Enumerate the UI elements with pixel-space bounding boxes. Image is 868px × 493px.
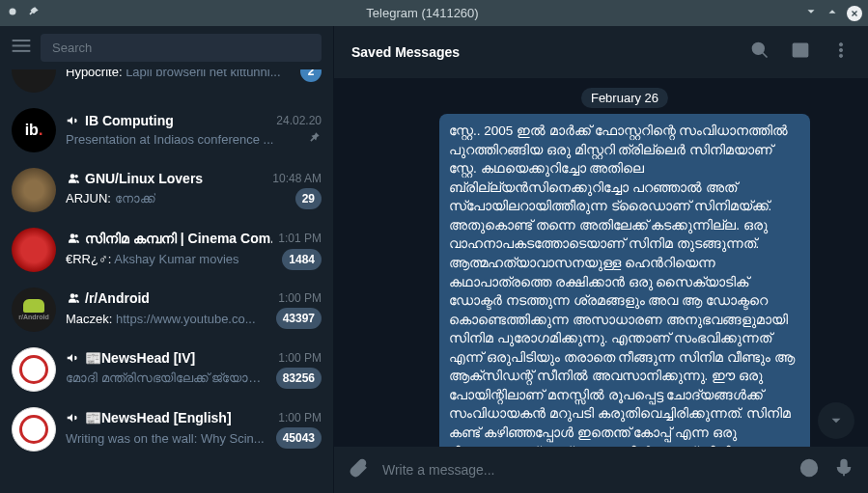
chat-name-label: IB Computing (85, 113, 174, 128)
chat-row[interactable]: 📰NewsHead [IV] 1:00 PM മോദി മന്ത്രിസഭയില… (0, 340, 333, 399)
chat-name-label: സിനിമ കമ്പനി | Cinema Com... (85, 231, 272, 247)
search-icon[interactable] (750, 41, 770, 64)
message-bubble[interactable]: സ്റ്റേ.. 2005 ഇൽ മാർക്ക് ഫോസ്റ്ററിന്റെ സ… (439, 114, 810, 447)
chat-row[interactable]: GNU/Linux Lovers 10:48 AM ARJUN: നോക്ക് … (0, 160, 333, 220)
chat-preview: Maczek: https://www.youtube.co... (66, 312, 256, 326)
more-icon[interactable] (831, 41, 851, 64)
chat-preview: ARJUN: നോക്ക് (66, 191, 155, 206)
minimize-icon[interactable] (804, 5, 818, 21)
svg-rect-3 (13, 49, 31, 51)
chat-row[interactable]: സിനിമ കമ്പനി | Cinema Com... 1:01 PM €RR… (0, 220, 333, 280)
svg-point-11 (801, 460, 818, 477)
chat-time: 1:00 PM (278, 291, 322, 305)
chat-row[interactable]: r/Android /r/Android 1:00 PM Maczek: htt… (0, 280, 333, 340)
svg-rect-1 (13, 40, 31, 41)
unread-badge: 29 (295, 188, 322, 209)
conversation-title[interactable]: Saved Messages (351, 44, 750, 60)
emoji-icon[interactable] (798, 457, 820, 482)
svg-point-4 (753, 43, 765, 55)
svg-point-8 (839, 43, 842, 46)
svg-point-13 (811, 465, 813, 467)
chat-row[interactable]: 📰NewsHead [English] 1:00 PM Writing was … (0, 399, 333, 459)
search-input[interactable]: Search (41, 34, 322, 62)
chat-time: 1:01 PM (278, 232, 322, 245)
chat-name-label: 📰NewsHead [English] (85, 410, 232, 425)
chat-preview: Hypocrite: Lapil browseril net kittunni.… (66, 69, 281, 79)
close-icon[interactable] (847, 6, 862, 21)
compose-input[interactable]: Write a message... (382, 462, 785, 478)
date-separator: February 26 (581, 88, 668, 108)
chat-row[interactable]: Hypocrite: Lapil browseril net kittunni.… (0, 69, 333, 100)
chat-name-label: 📰NewsHead [IV] (85, 350, 195, 366)
svg-point-12 (805, 465, 807, 467)
unread-badge: 1484 (282, 249, 322, 270)
svg-point-0 (10, 9, 16, 15)
svg-point-10 (839, 54, 842, 57)
unread-badge: 45043 (276, 427, 322, 449)
titlebar: Telegram (1411260) (0, 0, 868, 26)
conversation-header: Saved Messages (333, 26, 868, 78)
sidebar: Search Hypocrite: Lapil browseril net ki… (0, 26, 333, 493)
unread-badge: 2 (300, 69, 322, 82)
sidebar-toggle-icon[interactable] (791, 41, 810, 64)
hamburger-icon[interactable] (12, 40, 31, 57)
svg-rect-6 (794, 43, 808, 56)
compose-bar: Write a message... (333, 447, 868, 493)
unread-badge: 83256 (276, 368, 322, 389)
unread-badge: 43397 (276, 308, 322, 329)
pin-window-icon[interactable] (27, 5, 41, 21)
chat-time: 1:00 PM (278, 351, 322, 365)
chat-row[interactable]: ib. IB Computing 24.02.20 Presentation a… (0, 100, 333, 160)
chat-time: 24.02.20 (276, 114, 322, 127)
chat-name-label: GNU/Linux Lovers (85, 171, 203, 186)
app-menu-icon[interactable] (6, 5, 19, 21)
voice-icon[interactable] (833, 457, 854, 482)
svg-line-5 (763, 53, 768, 58)
svg-point-9 (839, 48, 842, 51)
chat-preview: Presentation at Indiaos conference ... (66, 132, 273, 147)
chat-name-label: /r/Android (85, 290, 150, 306)
svg-rect-2 (13, 44, 31, 46)
chat-preview: മോദി മന്ത്രിസഭയിലേക്ക് ജ്യോതിരാദി... (66, 370, 270, 386)
scroll-down-button[interactable] (818, 402, 854, 439)
window-title: Telegram (1411260) (41, 6, 804, 20)
chat-preview: Writing was on the wall: Why Scin... (66, 431, 265, 446)
attach-icon[interactable] (348, 457, 369, 482)
chat-time: 10:48 AM (272, 172, 322, 185)
maximize-icon[interactable] (826, 5, 839, 21)
chat-list: Hypocrite: Lapil browseril net kittunni.… (0, 69, 333, 493)
pinned-icon (308, 130, 322, 148)
messages-area: February 26 സ്റ്റേ.. 2005 ഇൽ മാർക്ക് ഫോസ… (333, 78, 868, 447)
chat-preview: €RR¿♂: Akshay Kumar movies (66, 252, 239, 266)
chat-time: 1:00 PM (278, 411, 322, 425)
conversation-panel: Saved Messages February 26 സ്റ്റേ.. 2005… (333, 26, 868, 493)
